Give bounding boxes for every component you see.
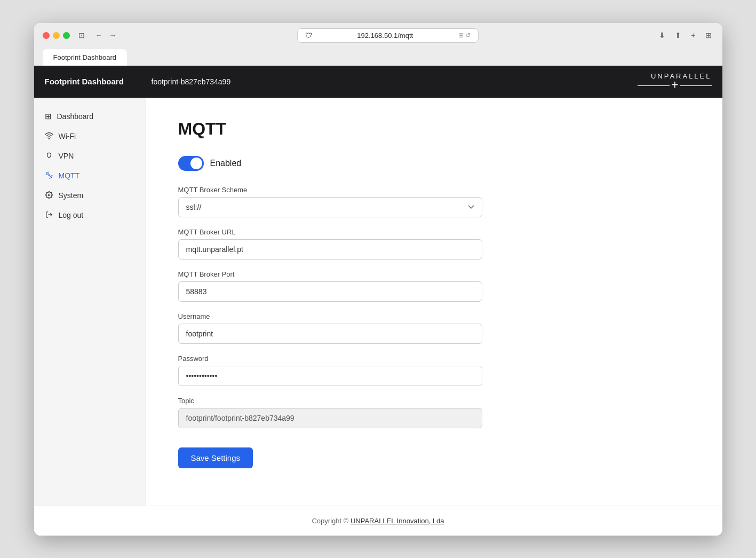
enabled-toggle-row: Enabled xyxy=(178,156,690,171)
system-icon xyxy=(45,191,53,200)
broker-scheme-label: MQTT Broker Scheme xyxy=(178,186,690,194)
download-button[interactable]: ⬇ xyxy=(657,30,667,41)
username-label: Username xyxy=(178,312,690,320)
svg-point-1 xyxy=(48,194,50,196)
maximize-button[interactable] xyxy=(63,32,70,39)
logo-text: UNPARALLEL xyxy=(651,73,712,80)
minimize-button[interactable] xyxy=(53,32,60,39)
mqtt-icon xyxy=(45,171,53,180)
back-button[interactable]: ← xyxy=(93,30,105,41)
topic-label: Topic xyxy=(178,397,690,405)
topic-group: Topic xyxy=(178,397,690,428)
address-bar[interactable]: 🛡 192.168.50.1/mqtt ⊞ ↺ xyxy=(297,28,479,43)
url-text: 192.168.50.1/mqtt xyxy=(357,32,413,40)
username-input[interactable] xyxy=(178,324,482,344)
app-body: ⊞ Dashboard Wi-Fi xyxy=(34,98,722,506)
broker-url-label: MQTT Broker URL xyxy=(178,228,690,236)
topic-input[interactable] xyxy=(178,408,482,428)
wifi-icon xyxy=(45,132,53,141)
sidebar-label-vpn: VPN xyxy=(59,152,74,160)
tab-label: Footprint Dashboard xyxy=(53,53,117,61)
browser-chrome: ⊡ ← → 🛡 192.168.50.1/mqtt ⊞ ↺ ⬇ ⬆ + ⊞ xyxy=(34,23,722,66)
sidebar-item-system[interactable]: System xyxy=(34,186,146,206)
page-footer: Copyright © UNPARALLEL Innovation, Lda xyxy=(34,506,722,536)
sidebar-item-dashboard[interactable]: ⊞ Dashboard xyxy=(34,106,146,127)
password-group: Password xyxy=(178,355,690,386)
password-input[interactable] xyxy=(178,366,482,386)
forward-button[interactable]: → xyxy=(107,30,119,41)
broker-port-input[interactable] xyxy=(178,281,482,302)
browser-tab[interactable]: Footprint Dashboard xyxy=(43,49,128,66)
app-header: Footprint Dashboard footprint-b827eb734a… xyxy=(34,66,722,98)
new-tab-button[interactable]: + xyxy=(689,30,697,41)
share-button[interactable]: ⬆ xyxy=(673,30,683,41)
vpn-icon xyxy=(45,152,53,161)
logo-line-left xyxy=(638,85,670,86)
main-content: MQTT Enabled MQTT Broker Scheme ssl:// m… xyxy=(146,98,722,506)
logo-divider: ✕ xyxy=(638,81,712,90)
toolbar-right: ⬇ ⬆ + ⊞ xyxy=(657,30,713,41)
save-settings-button[interactable]: Save Settings xyxy=(178,447,253,468)
app-layout: Footprint Dashboard footprint-b827eb734a… xyxy=(34,66,722,536)
broker-scheme-select[interactable]: ssl:// mqtt:// mqtts:// xyxy=(178,197,482,217)
sidebar-item-vpn[interactable]: VPN xyxy=(34,146,146,166)
broker-port-label: MQTT Broker Port xyxy=(178,270,690,278)
device-name: footprint-b827eb734a99 xyxy=(152,77,231,86)
brand-logo: UNPARALLEL ✕ xyxy=(638,73,712,90)
reader-icon: ⊞ ↺ xyxy=(458,32,471,39)
copyright-text: Copyright © xyxy=(312,517,350,525)
sidebar: ⊞ Dashboard Wi-Fi xyxy=(34,98,146,506)
broker-url-group: MQTT Broker URL xyxy=(178,228,690,260)
broker-port-group: MQTT Broker Port xyxy=(178,270,690,302)
toggle-slider xyxy=(178,156,204,171)
logo-cross-icon: ✕ xyxy=(668,79,680,91)
sidebar-label-mqtt: MQTT xyxy=(59,171,80,180)
logo-line-right xyxy=(680,85,712,86)
enabled-toggle[interactable] xyxy=(178,156,204,171)
sidebar-toggle-button[interactable]: ⊡ xyxy=(76,30,87,41)
traffic-lights xyxy=(43,32,70,39)
app-title: Footprint Dashboard xyxy=(45,77,152,86)
logout-icon xyxy=(45,211,53,220)
broker-url-input[interactable] xyxy=(178,239,482,260)
password-label: Password xyxy=(178,355,690,363)
company-link[interactable]: UNPARALLEL Innovation, Lda xyxy=(351,517,444,525)
dashboard-icon: ⊞ xyxy=(45,112,52,121)
sidebar-label-logout: Log out xyxy=(59,211,84,219)
page-title: MQTT xyxy=(178,119,690,139)
sidebar-item-mqtt[interactable]: MQTT xyxy=(34,166,146,186)
sidebar-label-dashboard: Dashboard xyxy=(57,112,94,121)
shield-icon: 🛡 xyxy=(305,32,312,40)
sidebar-label-wifi: Wi-Fi xyxy=(59,132,76,140)
close-button[interactable] xyxy=(43,32,50,39)
svg-point-0 xyxy=(49,138,49,139)
grid-button[interactable]: ⊞ xyxy=(703,30,714,41)
broker-scheme-group: MQTT Broker Scheme ssl:// mqtt:// mqtts:… xyxy=(178,186,690,217)
enabled-label: Enabled xyxy=(210,159,242,168)
sidebar-item-wifi[interactable]: Wi-Fi xyxy=(34,127,146,146)
sidebar-item-logout[interactable]: Log out xyxy=(34,206,146,225)
username-group: Username xyxy=(178,312,690,344)
sidebar-label-system: System xyxy=(59,191,84,200)
